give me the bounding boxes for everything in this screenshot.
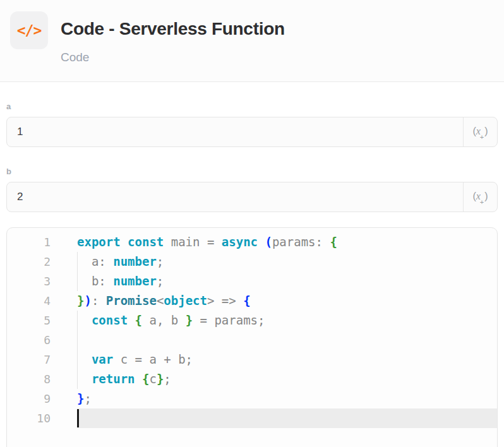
code-line[interactable]: 1export const main = async (params: { bbox=[7, 232, 497, 252]
line-content[interactable]: return {c}; bbox=[77, 369, 497, 389]
line-content[interactable]: }; bbox=[77, 389, 497, 408]
code-token: main = bbox=[164, 235, 222, 249]
code-token: a: bbox=[77, 254, 113, 268]
code-line[interactable]: 3 b: number; bbox=[7, 271, 497, 291]
code-line[interactable]: 8 return {c}; bbox=[7, 369, 497, 389]
code-token: ; bbox=[84, 391, 91, 405]
code-token bbox=[77, 352, 92, 366]
code-token bbox=[121, 235, 128, 249]
code-token: { bbox=[135, 313, 142, 327]
code-token: params: bbox=[272, 235, 330, 249]
code-token: } bbox=[77, 391, 84, 405]
code-token bbox=[258, 235, 265, 249]
code-token: a, b bbox=[142, 313, 186, 327]
code-line[interactable]: 5 const { a, b } = params; bbox=[7, 311, 497, 330]
line-number: 3 bbox=[7, 271, 77, 291]
code-token: ; bbox=[157, 254, 164, 268]
code-token: const bbox=[128, 235, 164, 249]
code-block-icon: </> bbox=[10, 11, 48, 49]
code-token: ) bbox=[84, 294, 91, 307]
code-token: } bbox=[77, 294, 84, 307]
code-token: ( bbox=[265, 235, 272, 249]
code-token: var bbox=[92, 352, 113, 366]
code-token: c bbox=[149, 372, 156, 386]
code-token: } bbox=[157, 372, 164, 386]
field-b: (x+) bbox=[6, 182, 498, 212]
line-number: 2 bbox=[7, 252, 77, 271]
code-token: > => bbox=[207, 294, 243, 307]
line-content[interactable]: export const main = async (params: { bbox=[77, 232, 497, 252]
code-token: < bbox=[157, 294, 164, 307]
code-line[interactable]: 7 var c = a + b; bbox=[7, 350, 497, 369]
line-content[interactable]: b: number; bbox=[77, 271, 497, 291]
header: </> Code - Serverless Function Code bbox=[0, 0, 504, 82]
field-label-a: a bbox=[6, 102, 498, 111]
code-token: b: bbox=[77, 274, 113, 288]
code-token: ; bbox=[164, 372, 171, 386]
code-token: Promise bbox=[106, 294, 157, 307]
code-token: return bbox=[92, 372, 135, 386]
code-editor[interactable]: 1export const main = async (params: {2 a… bbox=[6, 227, 498, 447]
text-cursor bbox=[77, 409, 79, 427]
code-line[interactable]: 10 bbox=[7, 408, 497, 428]
field-b-input[interactable] bbox=[7, 182, 463, 212]
connect-variable-button-b[interactable]: (x+) bbox=[463, 182, 497, 212]
line-number: 1 bbox=[7, 232, 77, 252]
connect-variable-icon: (x+) bbox=[472, 191, 488, 203]
code-glyph: </> bbox=[17, 22, 42, 39]
line-number: 9 bbox=[7, 389, 77, 408]
line-number: 10 bbox=[7, 408, 77, 428]
line-content[interactable]: const { a, b } = params; bbox=[77, 311, 497, 330]
line-content[interactable]: var c = a + b; bbox=[77, 350, 497, 369]
connect-variable-icon: (x+) bbox=[472, 126, 488, 138]
form-area: a (x+) b (x+) 1export const main = async… bbox=[0, 102, 504, 447]
page-title: Code - Serverless Function bbox=[61, 19, 285, 39]
code-token: c = a + b; bbox=[113, 352, 193, 366]
code-line[interactable]: 6 bbox=[7, 330, 497, 350]
code-token: = params; bbox=[193, 313, 265, 327]
line-content[interactable] bbox=[77, 408, 497, 428]
line-number: 7 bbox=[7, 350, 77, 369]
code-editor-lines: 1export const main = async (params: {2 a… bbox=[7, 232, 497, 428]
code-token: number bbox=[113, 274, 157, 288]
field-a: (x+) bbox=[6, 117, 498, 147]
code-token: { bbox=[243, 294, 250, 307]
code-token: : bbox=[92, 294, 106, 307]
code-token bbox=[135, 372, 142, 386]
connect-variable-button-a[interactable]: (x+) bbox=[463, 117, 497, 146]
line-content[interactable]: }): Promise<object> => { bbox=[77, 291, 497, 311]
code-token: } bbox=[186, 313, 193, 327]
page-subtitle: Code bbox=[61, 51, 89, 64]
line-number: 4 bbox=[7, 291, 77, 311]
code-token: ; bbox=[157, 274, 164, 288]
field-label-b: b bbox=[6, 167, 498, 176]
line-number: 8 bbox=[7, 369, 77, 389]
code-token bbox=[128, 313, 135, 327]
code-token: { bbox=[330, 235, 337, 249]
line-number: 5 bbox=[7, 311, 77, 330]
code-line[interactable]: 4}): Promise<object> => { bbox=[7, 291, 497, 311]
code-token bbox=[77, 313, 92, 327]
code-line[interactable]: 2 a: number; bbox=[7, 252, 497, 271]
code-token: async bbox=[222, 235, 258, 249]
field-a-input[interactable] bbox=[7, 117, 463, 146]
line-content[interactable] bbox=[77, 330, 497, 350]
code-token: export bbox=[77, 235, 121, 249]
code-token: object bbox=[164, 294, 207, 307]
code-token: { bbox=[142, 372, 149, 386]
code-line[interactable]: 9}; bbox=[7, 389, 497, 408]
code-token: number bbox=[113, 254, 157, 268]
line-number: 6 bbox=[7, 330, 77, 350]
code-token bbox=[77, 372, 92, 386]
code-token: const bbox=[92, 313, 128, 327]
line-content[interactable]: a: number; bbox=[77, 252, 497, 271]
